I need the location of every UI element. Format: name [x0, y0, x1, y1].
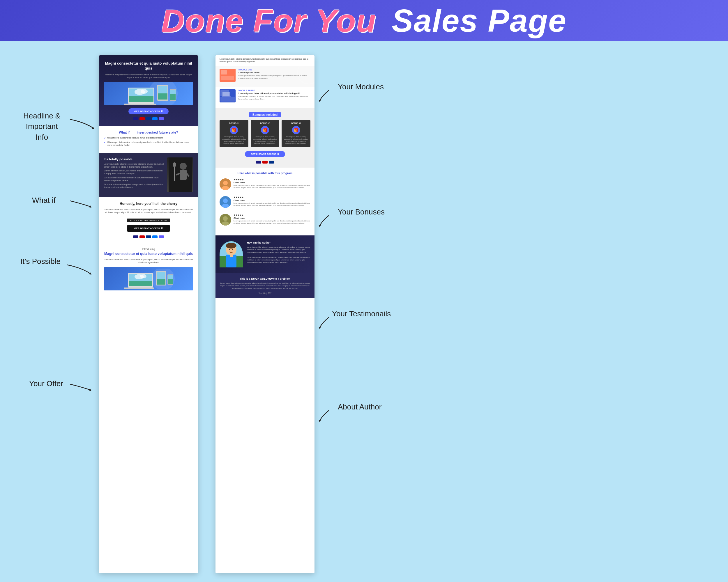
modules-label: Your Modules	[338, 82, 384, 92]
module-1-svg	[219, 69, 236, 82]
whatif-section: What if ___ insert desired future state?…	[99, 126, 198, 153]
headline-label: Headline & Important Info	[23, 111, 60, 142]
testimonial-3-avatar	[219, 214, 231, 225]
svg-point-16	[141, 89, 148, 94]
visa-icon-2	[133, 235, 138, 238]
check-item-1: ✔ Ne architecto aut blanditiis nescuint …	[104, 137, 193, 139]
testimonials-section: Here what is possible with this program …	[215, 168, 314, 235]
mc-icon-2	[139, 235, 145, 238]
amex-icon	[152, 117, 158, 120]
hero-title: Magni consectetur et quia iusto voluptat…	[104, 61, 193, 71]
check-item-2: ✔ Ullumcorper dictum enim, nullam and ph…	[104, 141, 193, 147]
svg-point-61	[229, 249, 230, 250]
svg-point-49	[223, 198, 228, 203]
svg-point-62	[232, 249, 233, 250]
person-silhouette	[168, 158, 192, 192]
svg-point-58	[226, 243, 236, 249]
introducing-text: Introducing	[104, 248, 193, 251]
svg-rect-44	[222, 96, 231, 96]
paypal-icon-2	[146, 235, 151, 238]
left-labels: Headline & Important Info What if It's P…	[18, 52, 99, 570]
offer-title: Magni consectetur et quia iusto voluptat…	[104, 252, 193, 256]
author-label: About Author	[338, 401, 382, 412]
page-preview-right: Lorem ipsum dolor sit amet consectetur a…	[215, 55, 314, 573]
module-3-content: MODULE THREE Lorem ipsum dolor sit amet,…	[238, 89, 310, 100]
bonuses-cta-button[interactable]: GET INSTANT ACCESS 🖥	[245, 151, 285, 157]
title-done-for-you: Done For You	[161, 3, 376, 38]
author-photo	[219, 241, 243, 268]
testimonial-2-avatar	[219, 196, 231, 208]
svg-rect-60	[230, 255, 233, 257]
check-icon-1: ✔	[104, 137, 106, 139]
stripe-icon-2	[159, 235, 164, 238]
testimonial-2-stars: ★★★★★	[234, 196, 310, 199]
possible-body-2: Ut enim ad minim veniam, quis nostrud ex…	[104, 169, 164, 175]
possible-title: It's totally possible	[104, 158, 164, 161]
svg-marker-66	[318, 420, 321, 422]
testimonial-1: ★★★★★ Client name Lorem ipsum dolor sit …	[219, 178, 310, 193]
svg-rect-32	[129, 281, 152, 286]
right-labels: Your Modules Your Bonuses Your Testimona…	[314, 52, 710, 570]
page-preview-left: Magni consectetur et quia iusto voluptat…	[99, 55, 198, 573]
bonus-2-icon: 🎁	[261, 126, 269, 134]
possible-label: It's Possible	[20, 256, 60, 267]
svg-rect-27	[124, 287, 154, 289]
place-badge: YOU'RE IN THE RIGHT PLACE!	[127, 219, 170, 222]
svg-rect-13	[158, 93, 167, 100]
quick-solution-section: This is a QUICK SOLUTION to a problem Lo…	[215, 273, 314, 298]
module-1-image	[219, 69, 236, 82]
svg-point-36	[140, 274, 147, 278]
header-title: Done For You Sales Page	[161, 2, 567, 39]
author-text-2: Lorem ipsum dolor sit amet consectetur a…	[247, 256, 310, 264]
module-3-svg	[219, 89, 236, 103]
author-greeting: Hey, I'm the Author	[247, 241, 310, 244]
bonuses-payment-icons	[219, 161, 310, 164]
svg-marker-65	[318, 327, 321, 329]
possible-text: It's totally possible Lorem ipsum dolor …	[104, 158, 164, 192]
cherry-section: Honestly, here you'll tell the cherry Lo…	[99, 197, 198, 243]
bonuses-section: Bonuses Included BONUS #1 🎁 Lorem ipsum …	[215, 108, 314, 168]
svg-point-18	[180, 163, 187, 170]
main-content: Headline & Important Info What if It's P…	[0, 41, 728, 582]
testimonial-3-stars: ★★★★★	[234, 214, 310, 217]
bonus-3-label: BONUS #3	[283, 122, 309, 124]
svg-marker-2	[89, 272, 92, 275]
bonus-1: BONUS #1 🎁 Lorem ipsum dolor sit amet, c…	[219, 120, 249, 147]
offer-devices-svg	[120, 269, 178, 289]
avatar-1-svg	[219, 178, 231, 190]
quick-title-italic: QUICK SOLUTION	[251, 277, 274, 280]
offer-devices	[104, 267, 193, 290]
svg-rect-38	[221, 70, 227, 75]
bonus-3-icon: 🎁	[292, 126, 300, 134]
testimonial-3-text: Lorem ipsum dolor sit amet, consectetur …	[234, 220, 310, 225]
quick-text: Lorem ipsum dolor sit amet, consectetur …	[219, 282, 310, 290]
module-1: MODULE ONE Lorem ipsum dolor Lorem ipsum…	[219, 69, 310, 82]
bonus-2: BONUS #2 🎁 Lorem ipsum dolor sit amet, c…	[251, 120, 280, 147]
testimonial-2-name: Client name	[234, 199, 310, 201]
whatif-label: What if	[32, 195, 56, 205]
bonus-3-text: Lorem ipsum dolor sit amet, consectetur …	[283, 136, 309, 145]
module-3-image	[219, 89, 236, 103]
cherry-text: Lorem ipsum dolor sit amet, consectetur …	[104, 208, 193, 214]
svg-marker-1	[89, 205, 92, 208]
center-gap	[198, 52, 215, 570]
avatar-2-svg	[219, 196, 231, 208]
testimonial-2: ★★★★★ Client name Lorem ipsum dolor sit …	[219, 196, 310, 211]
testimonials-title: Here what is possible with this program	[219, 172, 310, 175]
possible-body-1: Lorem ipsum dolor sit amet, consectetur …	[104, 163, 164, 168]
paypal-icon	[146, 117, 151, 120]
hero-cta-button[interactable]: GET INSTANT ACCESS 🖥	[128, 108, 168, 114]
testimonial-2-content: ★★★★★ Client name Lorem ipsum dolor sit …	[234, 196, 310, 208]
cherry-cta-button[interactable]: GET INSTANT ACCESS 🖥	[127, 225, 170, 232]
testimonial-1-avatar	[219, 178, 231, 190]
mc-icon	[139, 117, 145, 120]
price-label: Your Only $97	[219, 292, 310, 294]
module-3-label: MODULE THREE	[238, 89, 310, 91]
bonus-1-text: Lorem ipsum dolor sit amet, consectetur …	[221, 136, 246, 145]
module-3-text: Egestas faucibus lacus et laoreet tristi…	[238, 95, 310, 100]
testimonial-3: ★★★★★ Client name Lorem ipsum dolor sit …	[219, 214, 310, 228]
bonuses-label: Your Bonuses	[338, 206, 385, 217]
bonus-1-icon: 🎁	[230, 126, 238, 134]
svg-rect-7	[124, 104, 156, 105]
possible-section: It's totally possible Lorem ipsum dolor …	[99, 153, 198, 197]
